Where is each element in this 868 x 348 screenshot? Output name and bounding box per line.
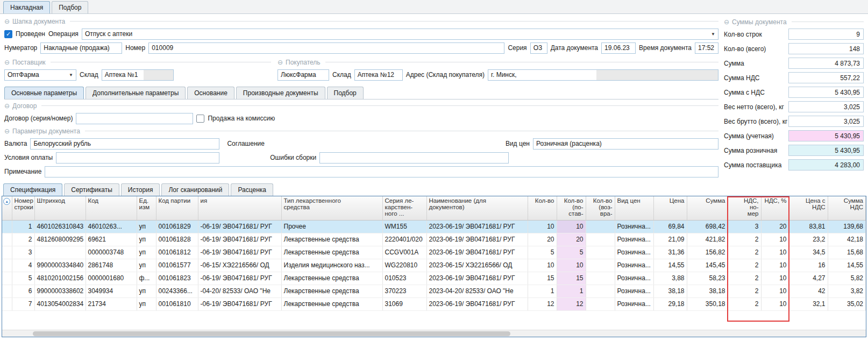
price-kind-field[interactable]: Розничная (расценка) (533, 138, 718, 150)
grid-row[interactable]: 1460102631084346010263...уп001061829-06-… (2, 220, 866, 233)
column-header-vat_percent[interactable]: НДС, % (761, 196, 789, 220)
cell-code[interactable]: 0000001680 (86, 272, 137, 285)
cell-doc_name[interactable]: 2023-06-19/ ЭВ0471681/ РУГ (426, 233, 528, 246)
cell-vat_number[interactable]: 2 (728, 297, 761, 310)
cell-qty_supplier[interactable]: 5 (557, 246, 586, 259)
totals-value[interactable]: 5 430,95 (788, 145, 864, 156)
cell-drug_type[interactable]: Лекарственные средства (281, 285, 382, 297)
totals-value[interactable]: 4 873,73 (788, 58, 864, 69)
column-header-qty_supplier[interactable]: Кол-во (по- став- (557, 196, 586, 220)
cell-batch[interactable]: -06-15/ ХЭ2216566/ ОД (198, 259, 281, 272)
cell-doc_name[interactable]: 2023-06-19/ ЭВ0471681/ РУГ (426, 272, 528, 285)
spec-tab-4[interactable]: Лог сканирований (161, 183, 229, 196)
cell-vat_percent[interactable]: 10 (761, 246, 789, 259)
cell-drug_series[interactable]: 370223 (382, 285, 426, 297)
cell-qty[interactable]: 1 (528, 285, 557, 297)
cell-code[interactable]: 46010263... (86, 220, 137, 233)
cell-unit[interactable]: уп (137, 220, 156, 233)
cell-amount[interactable]: 421,82 (687, 233, 728, 246)
supplier-select[interactable]: ОптФарма ▼ (4, 69, 76, 81)
cell-vat_amount[interactable]: 14,55 (828, 259, 866, 272)
cell-qty_return[interactable] (586, 233, 615, 246)
cell-barcode[interactable]: 4810201002156 (34, 272, 86, 285)
collapse-icon[interactable]: ⊖ (4, 59, 10, 66)
spec-tab-2[interactable]: Сертификаты (64, 183, 119, 196)
cell-amount[interactable]: 698,42 (687, 220, 728, 233)
cell-vat_number[interactable]: 3 (728, 220, 761, 233)
column-header-barcode[interactable]: Штрихкод (34, 196, 86, 220)
cell-vat_amount[interactable]: 15,68 (828, 246, 866, 259)
totals-value[interactable]: 3,025 (788, 101, 864, 112)
collapse-icon[interactable]: ⊖ (4, 128, 10, 134)
payment-terms-field[interactable] (56, 152, 219, 164)
grid-row[interactable]: 499000003348402861748уп001061577-06-15/ … (2, 259, 866, 272)
totals-value[interactable]: 5 430,95 (788, 130, 864, 141)
doc-tab-1[interactable]: Накладная (3, 1, 50, 13)
grid-row[interactable]: 548102010021560000001680ф...001061823-06… (2, 272, 866, 285)
row-indicator-header[interactable]: ▲ (2, 196, 12, 220)
totals-value[interactable]: 4 283,00 (788, 159, 864, 171)
currency-field[interactable]: Белорусский рубль (30, 138, 219, 150)
cell-batch_code[interactable]: 001061828 (156, 233, 198, 246)
cell-price[interactable]: 38,18 (653, 285, 687, 297)
cell-drug_type[interactable]: Прочее (281, 220, 382, 233)
cell-drug_series[interactable]: WG220810 (382, 259, 426, 272)
buyer-name-field[interactable]: ЛюксФарма (278, 69, 329, 81)
column-header-price_kind[interactable]: Вид цен (615, 196, 653, 220)
cell-line_no[interactable]: 4 (12, 259, 34, 272)
cell-amount[interactable]: 350,18 (687, 297, 728, 310)
cell-unit[interactable]: уп (137, 297, 156, 310)
sort-ascending-icon[interactable]: ▲ (3, 198, 10, 205)
cell-amount[interactable]: 38,18 (687, 285, 728, 297)
horizontal-scrollbar[interactable] (2, 330, 866, 337)
grid-row[interactable]: 699000003386023049934уп00243366...-04-20… (2, 285, 866, 297)
cell-batch[interactable]: -06-19/ ЭВ0471681/ РУГ (198, 220, 281, 233)
cell-price[interactable]: 29,18 (653, 297, 687, 310)
cell-batch_code[interactable]: 001061577 (156, 259, 198, 272)
cell-unit[interactable]: уп (137, 233, 156, 246)
spec-tab-5[interactable]: Расценка (231, 183, 273, 196)
param-tab-4[interactable]: Производные документы (236, 87, 325, 99)
cell-qty_supplier[interactable]: 10 (557, 220, 586, 233)
cell-doc_name[interactable]: 2023-06-19/ ЭВ0471681/ РУГ (426, 297, 528, 310)
cell-amount[interactable]: 145,45 (687, 259, 728, 272)
cell-drug_type[interactable]: Изделия медицинского наз... (281, 259, 382, 272)
totals-value[interactable]: 5 430,95 (788, 87, 864, 98)
column-header-price_with_vat[interactable]: Цена с НДС (789, 196, 828, 220)
cell-line_no[interactable]: 6 (12, 285, 34, 297)
param-tab-3[interactable]: Основание (187, 87, 234, 99)
cell-qty[interactable]: 15 (528, 272, 557, 285)
cell-batch_code[interactable]: 001061829 (156, 220, 198, 233)
number-field[interactable]: 010009 (148, 42, 504, 54)
contract-field[interactable] (76, 113, 193, 124)
cell-vat_percent[interactable]: 10 (761, 297, 789, 310)
cell-qty_return[interactable] (586, 259, 615, 272)
cell-price_with_vat[interactable]: 32,1 (789, 297, 828, 310)
doc-date-field[interactable]: 19.06.23 (601, 42, 636, 54)
build-errors-field[interactable] (319, 152, 509, 164)
cell-amount[interactable]: 58,23 (687, 272, 728, 285)
totals-value[interactable]: 9 (788, 29, 864, 40)
posted-checkbox[interactable]: ✓ (4, 30, 12, 38)
column-header-doc_name[interactable]: Наименование (для документов) (426, 196, 528, 220)
column-header-price[interactable]: Цена (653, 196, 687, 220)
cell-vat_amount[interactable]: 5,82 (828, 272, 866, 285)
column-header-line_no[interactable]: Номер строки (12, 196, 34, 220)
cell-price[interactable]: 3,88 (653, 272, 687, 285)
series-field[interactable]: ОЗ (530, 42, 547, 54)
cell-line_no[interactable]: 7 (12, 297, 34, 310)
cell-vat_number[interactable]: 2 (728, 233, 761, 246)
cell-qty_return[interactable] (586, 297, 615, 310)
cell-price_kind[interactable]: Рознична... (615, 259, 653, 272)
column-header-batch_code[interactable]: Код партии (156, 196, 198, 220)
cell-line_no[interactable]: 1 (12, 220, 34, 233)
column-header-amount[interactable]: Сумма (687, 196, 728, 220)
cell-vat_number[interactable]: 2 (728, 272, 761, 285)
cell-batch_code[interactable]: 001061823 (156, 272, 198, 285)
cell-doc_name[interactable]: 2023-06-15/ ХЭ2216566/ ОД (426, 259, 528, 272)
cell-price[interactable]: 31,36 (653, 246, 687, 259)
cell-barcode[interactable]: 9900000334840 (34, 259, 86, 272)
cell-batch[interactable]: -06-19/ ЭВ0471681/ РУГ (198, 297, 281, 310)
cell-price_with_vat[interactable]: 23,2 (789, 233, 828, 246)
column-header-vat_number[interactable]: НДС, но- мер (728, 196, 761, 220)
